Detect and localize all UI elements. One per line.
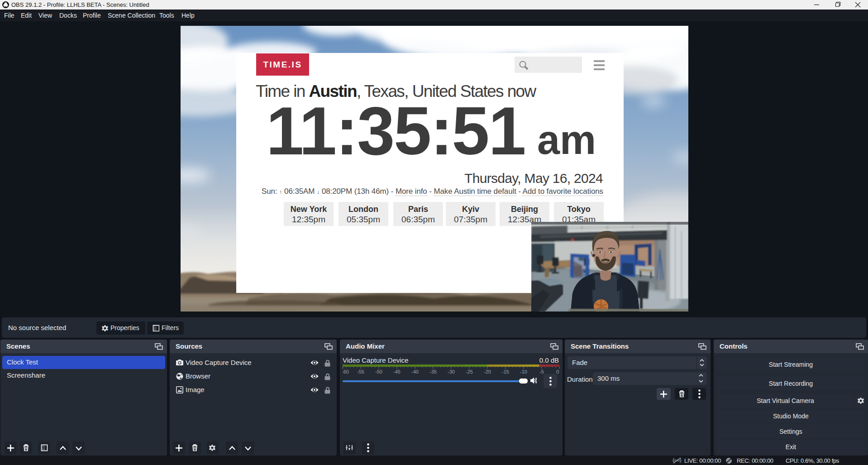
svg-text:-5: -5 (539, 369, 544, 374)
svg-text:-45: -45 (393, 369, 401, 374)
svg-text:-50: -50 (375, 369, 382, 374)
svg-text:-30: -30 (448, 369, 455, 374)
svg-text:-40: -40 (411, 369, 419, 374)
svg-text:-25: -25 (466, 369, 473, 374)
svg-text:0: 0 (556, 369, 559, 374)
svg-text:-15: -15 (502, 369, 509, 374)
svg-text:-10: -10 (520, 369, 527, 374)
svg-text:-55: -55 (357, 369, 364, 374)
svg-text:-35: -35 (429, 369, 437, 374)
svg-text:-60: -60 (343, 369, 349, 374)
svg-text:-20: -20 (484, 369, 491, 374)
